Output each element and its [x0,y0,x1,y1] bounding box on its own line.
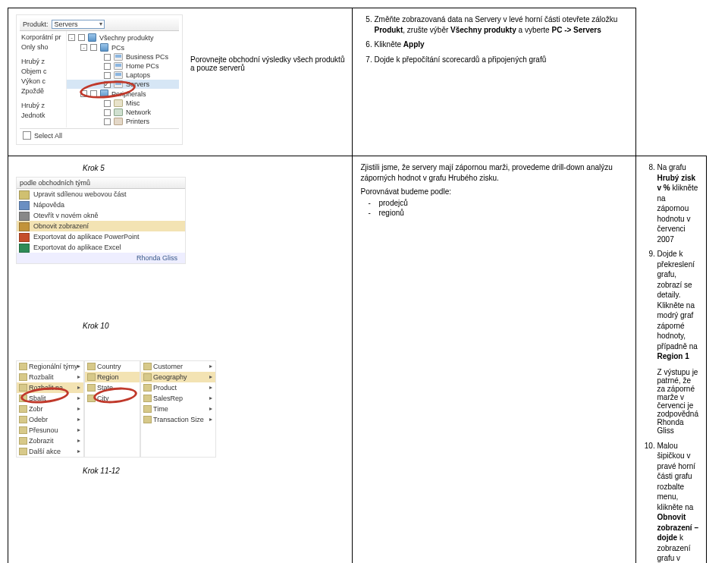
submenu-item-label: Geography [153,373,187,381]
tree-item[interactable]: Laptops [67,71,179,80]
submenu-mid[interactable]: CountryRegionStateCity [85,361,140,404]
submenu-item[interactable]: Transaction Size [141,414,215,425]
tree-toggle-icon[interactable]: - [80,90,87,97]
metrics-list: Korporátní pr Only sho Hrubý z Objem c V… [20,31,67,127]
step-10: Malou šipičkou v pravé horní části grafu… [657,441,699,564]
submenu-item[interactable]: Country [85,361,140,372]
tree-item[interactable]: Network [67,108,179,117]
step-6: Klikněte Apply [374,39,627,50]
tree-item-label: Všechny produkty [99,34,154,42]
menu-item-label: Obnovit zobrazení [33,222,89,230]
menu-item-label: Upravit sdílenou webovou část [33,190,127,198]
tree-item-label: Misc [126,99,140,107]
product-tree[interactable]: -Všechny produkty-PCsBusiness PCsHome PC… [67,31,179,127]
context-menu-item[interactable]: Obnovit zobrazení [17,221,185,231]
menu-item-label: Exportovat do aplikace Excel [33,244,121,251]
checkbox[interactable] [104,81,111,88]
submenu-item-label: Region [97,373,119,381]
cube-icon [87,395,96,402]
submenu-item-label: Transaction Size [153,416,204,423]
tree-item-label: Peripherals [111,90,146,98]
submenu-item[interactable]: City [85,393,140,404]
checkbox[interactable] [104,54,111,61]
tree-item-label: Laptops [126,71,150,79]
tree-toggle-icon[interactable]: - [68,34,75,41]
krok-10-label: Krok 10 [83,322,344,330]
cube-icon [87,363,96,370]
submenu-item[interactable]: Customer [141,361,215,372]
submenu-right[interactable]: CustomerGeographyProductSalesRepTimeTran… [141,361,215,425]
tree-item-label: Printers [126,118,149,125]
prn-icon [114,118,123,125]
submenu-item[interactable]: SalesRep [141,393,215,404]
submenu-item[interactable]: Product [141,382,215,393]
submenu-item[interactable]: State [85,382,140,393]
submenu-item[interactable]: Odebr [17,414,83,425]
tree-item[interactable]: -Peripherals [67,89,179,99]
context-menu-item[interactable]: Otevřít v novém okně [17,210,185,221]
menu-item-label: Exportovat do aplikace PowerPoint [33,233,140,241]
submenu-item-label: State [97,384,113,392]
submenu-item[interactable]: Zobrazit [17,436,83,446]
context-menu-item[interactable]: Upravit sdílenou webovou část [17,189,185,200]
submenu-item[interactable]: Region [85,372,140,382]
cube-icon [143,384,152,392]
blue-cube-icon [100,90,108,98]
pc-icon [114,80,123,88]
submenu-item-label: Rozbalit [29,373,54,381]
submenu-item-label: Country [97,363,121,370]
checkbox[interactable] [90,90,97,97]
tree-item[interactable]: -Všechny produkty [67,33,179,42]
submenu-item-label: City [97,395,109,402]
submenu-item[interactable]: Přesunou [17,425,83,436]
checkbox[interactable] [104,100,111,107]
tree-item[interactable]: Misc [67,99,179,108]
context-menu-item[interactable]: Exportovat do aplikace Excel [17,242,185,253]
submenu-left[interactable]: Regionální týmyRozbalitRozbalit naSbalit… [17,361,83,457]
tree-item[interactable]: Servers [67,80,179,89]
menu-item-icon [19,244,30,253]
select-all-row[interactable]: Select All [20,130,179,141]
submenu-item-label: Sbalit [29,395,46,402]
tree-item[interactable]: Printers [67,117,179,126]
krok-5-label: Krok 5 [83,164,344,172]
cube-icon [19,395,27,402]
tree-item-label: Business PCs [126,53,168,61]
checkbox[interactable] [104,109,111,116]
checkbox[interactable] [78,34,85,41]
checkbox[interactable] [104,72,111,79]
instruction-text: Porovnejte obchodní výsledky všech produ… [190,55,344,72]
checkbox[interactable] [104,118,111,125]
submenu-item[interactable]: Zobr [17,404,83,414]
submenu-item[interactable]: Time [141,404,215,414]
cube-icon [19,373,27,381]
context-menu-item[interactable]: Exportovat do aplikace PowerPoint [17,231,185,242]
tree-toggle-icon[interactable]: - [80,44,87,51]
tree-item[interactable]: -PCs [67,42,179,52]
menu-item-icon [19,212,30,221]
pc-icon [114,53,123,61]
submenu-item-label: Přesunou [29,426,58,434]
submenu-item[interactable]: Rozbalit [17,372,83,382]
submenu-item-label: Zobr [29,405,43,413]
submenu-item[interactable]: Regionální týmy [17,361,83,372]
net-icon [114,109,123,116]
submenu-item[interactable]: Další akce [17,446,83,457]
tree-item[interactable]: Home PCs [67,61,179,71]
submenu-item[interactable]: Geography [141,372,215,382]
product-dropdown[interactable]: Servers [52,20,105,29]
submenu-item[interactable]: Sbalit [17,393,83,404]
cube-icon [87,384,96,392]
checkbox[interactable] [90,44,97,51]
step-9: Dojde k překreslení grafu, zobrazí se de… [657,249,699,362]
menu-item-label: Otevřít v novém okně [33,212,99,219]
context-menu-item[interactable]: Nápověda [17,200,185,210]
cube-icon [143,363,152,370]
menu-item-icon [19,190,30,200]
context-menu[interactable]: Upravit sdílenou webovou částNápovědaOte… [17,189,185,253]
submenu-item-label: Odebr [29,416,48,423]
tree-item[interactable]: Business PCs [67,52,179,61]
submenu-item[interactable]: Rozbalit na [17,382,83,393]
checkbox[interactable] [104,63,111,70]
menu-item-icon [19,233,30,242]
